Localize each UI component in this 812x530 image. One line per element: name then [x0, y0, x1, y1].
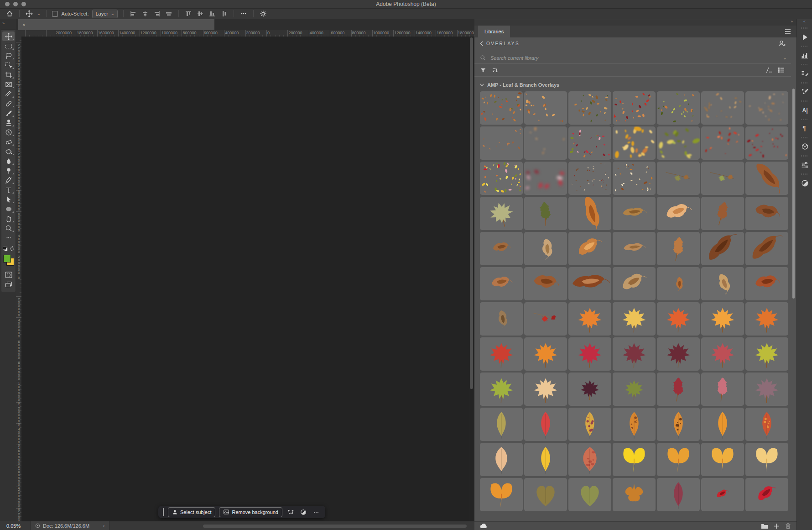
taskbar-more-options-icon[interactable]	[312, 508, 321, 517]
library-asset-thumbnail[interactable]	[613, 373, 656, 406]
brush-tool[interactable]	[2, 108, 15, 118]
library-asset-thumbnail[interactable]	[613, 162, 656, 195]
distribute-horizontal-icon[interactable]	[165, 10, 173, 18]
collapse-dock-chevrons-icon[interactable]: «	[803, 19, 806, 26]
library-asset-thumbnail[interactable]	[745, 232, 788, 265]
library-asset-thumbnail[interactable]	[613, 267, 656, 300]
library-asset-thumbnail[interactable]	[745, 408, 788, 441]
hand-tool[interactable]	[2, 214, 15, 223]
align-top-edges-icon[interactable]	[184, 10, 193, 18]
library-asset-thumbnail[interactable]	[568, 126, 611, 160]
adjustments-icon[interactable]	[299, 508, 308, 517]
library-asset-thumbnail[interactable]	[657, 232, 700, 265]
foreground-color-swatch[interactable]	[3, 255, 11, 262]
frame-tool[interactable]	[2, 79, 15, 89]
library-asset-thumbnail[interactable]	[568, 337, 611, 371]
workspace-settings-gear-icon[interactable]	[259, 10, 267, 18]
library-asset-thumbnail[interactable]	[524, 197, 567, 230]
swap-colors-icon[interactable]	[10, 246, 15, 252]
library-asset-thumbnail[interactable]	[657, 197, 700, 230]
path-selection-tool[interactable]	[2, 194, 15, 204]
pen-tool[interactable]	[2, 175, 15, 185]
blur-tool[interactable]	[2, 156, 15, 166]
library-asset-thumbnail[interactable]	[701, 162, 744, 195]
lasso-tool[interactable]	[2, 51, 15, 60]
library-asset-thumbnail[interactable]	[745, 302, 788, 336]
library-asset-thumbnail[interactable]	[568, 162, 611, 195]
library-asset-thumbnail[interactable]	[613, 408, 656, 441]
document-canvas[interactable]	[21, 37, 469, 521]
align-bottom-edges-icon[interactable]	[208, 10, 216, 18]
more-options-icon[interactable]	[239, 10, 248, 18]
library-asset-thumbnail[interactable]	[657, 91, 700, 125]
library-asset-thumbnail[interactable]	[568, 373, 611, 406]
library-asset-thumbnail[interactable]	[524, 478, 567, 511]
expand-panel-chevrons-icon[interactable]: »	[0, 19, 16, 26]
library-asset-thumbnail[interactable]	[613, 197, 656, 230]
panel-3d-icon[interactable]	[798, 140, 812, 153]
shape-tool[interactable]	[2, 204, 15, 214]
select-subject-button[interactable]: Select subject	[168, 507, 215, 517]
library-asset-thumbnail[interactable]	[701, 478, 744, 511]
sort-icon[interactable]	[492, 67, 499, 73]
document-tab[interactable]: ×	[18, 19, 214, 30]
panel-adjustments-icon[interactable]	[798, 176, 812, 190]
cloud-sync-icon[interactable]	[480, 523, 488, 529]
spot-healing-brush-tool[interactable]	[2, 99, 15, 108]
filter-funnel-icon[interactable]	[480, 67, 486, 73]
home-icon[interactable]	[5, 10, 14, 18]
library-asset-thumbnail[interactable]	[480, 337, 523, 371]
library-asset-thumbnail[interactable]	[701, 373, 744, 406]
rectangular-marquee-tool[interactable]	[2, 41, 15, 51]
library-asset-thumbnail[interactable]	[745, 373, 788, 406]
library-asset-thumbnail[interactable]	[480, 373, 523, 406]
library-section-header[interactable]: AMP - Leaf & Branch Overlays	[480, 82, 559, 88]
library-asset-thumbnail[interactable]	[568, 91, 611, 125]
library-asset-thumbnail[interactable]	[480, 197, 523, 230]
library-asset-thumbnail[interactable]	[524, 162, 567, 195]
tool-preset-chevron-icon[interactable]: ⌄	[37, 11, 41, 16]
breadcrumb[interactable]: OVERLAYS	[480, 41, 520, 46]
library-asset-thumbnail[interactable]	[524, 232, 567, 265]
type-tool[interactable]	[2, 185, 15, 194]
library-asset-thumbnail[interactable]	[701, 91, 744, 125]
library-asset-thumbnail[interactable]	[524, 443, 567, 476]
library-asset-thumbnail[interactable]	[480, 443, 523, 476]
library-asset-thumbnail[interactable]	[613, 232, 656, 265]
move-tool[interactable]	[2, 31, 15, 41]
library-asset-thumbnail[interactable]	[657, 126, 700, 160]
library-asset-thumbnail[interactable]	[613, 478, 656, 511]
library-asset-thumbnail[interactable]	[480, 408, 523, 441]
library-asset-thumbnail[interactable]	[568, 408, 611, 441]
library-asset-thumbnail[interactable]	[480, 302, 523, 336]
library-asset-thumbnail[interactable]	[480, 91, 523, 125]
new-group-folder-icon[interactable]	[761, 523, 768, 529]
delete-trash-icon[interactable]	[785, 523, 791, 529]
library-asset-thumbnail[interactable]	[745, 162, 788, 195]
library-asset-thumbnail[interactable]	[480, 478, 523, 511]
object-selection-tool[interactable]	[2, 60, 15, 70]
status-chevron-icon[interactable]: ›	[103, 524, 104, 528]
quick-mask-mode-icon[interactable]	[2, 270, 15, 279]
panel-brush-settings-icon[interactable]	[798, 67, 812, 80]
library-asset-thumbnail[interactable]	[745, 197, 788, 230]
library-asset-thumbnail[interactable]	[657, 443, 700, 476]
library-asset-thumbnail[interactable]	[701, 302, 744, 336]
library-asset-thumbnail[interactable]	[480, 232, 523, 265]
edit-toolbar-ellipsis-icon[interactable]	[2, 233, 15, 242]
list-view-icon[interactable]	[778, 67, 785, 73]
panel-menu-icon[interactable]	[785, 29, 791, 34]
library-asset-thumbnail[interactable]	[524, 267, 567, 300]
library-asset-thumbnail[interactable]	[613, 302, 656, 336]
library-asset-thumbnail[interactable]	[657, 478, 700, 511]
library-asset-thumbnail[interactable]	[657, 373, 700, 406]
vertical-ruler[interactable]: 2200000200000018000001600000140000012000…	[16, 37, 21, 521]
library-asset-thumbnail[interactable]	[613, 443, 656, 476]
default-colors-icon[interactable]	[3, 246, 8, 252]
screen-mode-icon[interactable]	[2, 279, 15, 289]
library-asset-thumbnail[interactable]	[568, 267, 611, 300]
crop-tool[interactable]	[2, 70, 15, 79]
invite-person-icon[interactable]	[778, 40, 786, 47]
library-asset-thumbnail[interactable]	[745, 478, 788, 511]
library-asset-thumbnail[interactable]	[480, 267, 523, 300]
